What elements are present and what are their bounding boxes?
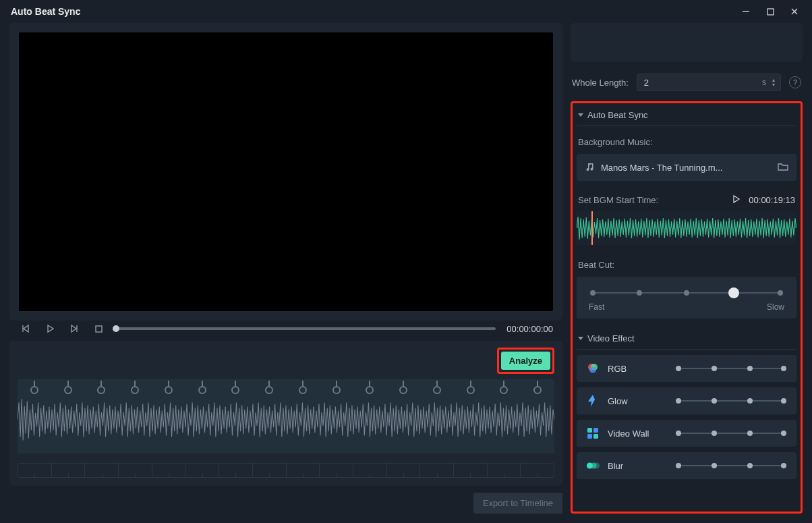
bgm-file-chip[interactable]: Manos Mars - The Tunning.m...: [577, 154, 796, 181]
clip-waveform-lines: [18, 389, 554, 451]
analyze-row: Analyze: [18, 348, 554, 374]
settings-highlight: Auto Beat Sync Background Music: Manos M…: [571, 101, 803, 514]
beat-cut-slider[interactable]: Fast Slow: [577, 277, 796, 319]
svg-point-5: [589, 366, 596, 373]
svg-rect-7: [593, 428, 598, 433]
bgm-playhead[interactable]: [591, 211, 593, 245]
video-preview[interactable]: [19, 32, 553, 311]
beat-markers: [18, 381, 554, 387]
music-note-icon: [585, 162, 594, 173]
video-effect-header[interactable]: Video Effect: [577, 329, 796, 350]
effect-row-rgb[interactable]: RGB: [577, 355, 796, 382]
whole-length-label: Whole Length:: [572, 78, 629, 88]
beat-fast-label: Fast: [589, 302, 604, 312]
help-icon[interactable]: ?: [789, 76, 801, 88]
abs-section-title: Auto Beat Sync: [587, 110, 648, 120]
caret-down-icon: [578, 337, 583, 340]
stop-button[interactable]: [92, 322, 105, 335]
video-effect-title: Video Effect: [587, 333, 635, 343]
bgm-label: Background Music:: [578, 137, 796, 147]
whole-length-input[interactable]: [637, 74, 781, 91]
app-window: Auto Beat Sync: [0, 0, 812, 523]
effect-name: Video Wall: [608, 429, 667, 439]
right-pane: Whole Length: s ▴ ▾ ? Auto Beat Sync: [571, 23, 803, 514]
body: 00:00:00:00 Analyze: [0, 23, 812, 523]
effect-list: RGB Glow: [577, 355, 796, 479]
analyze-panel: Analyze: [9, 341, 562, 486]
transport-bar: 00:00:00:00: [9, 321, 562, 337]
blur-icon: [586, 459, 600, 472]
timeline-ruler[interactable]: [18, 463, 554, 478]
effect-slider[interactable]: [675, 364, 787, 373]
stepper-down-icon[interactable]: ▾: [770, 83, 777, 87]
video-wall-icon: [586, 426, 600, 440]
minimize-icon: [742, 7, 750, 16]
folder-icon[interactable]: [778, 162, 788, 173]
whole-length-row: Whole Length: s ▴ ▾ ?: [571, 69, 803, 96]
bgm-waveform-shape: [577, 211, 796, 245]
bgm-file-name: Manos Mars - The Tunning.m...: [601, 163, 771, 173]
effect-slider[interactable]: [675, 396, 787, 406]
rgb-icon: [586, 362, 600, 375]
effect-name: RGB: [608, 364, 667, 374]
clip-waveform[interactable]: [18, 379, 554, 453]
next-frame-icon: [69, 324, 79, 333]
analyze-button[interactable]: Analyze: [501, 352, 550, 370]
prev-frame-icon: [21, 324, 30, 333]
effect-row-blur[interactable]: Blur: [577, 452, 796, 479]
svg-rect-1: [96, 326, 102, 332]
close-button[interactable]: [782, 1, 807, 22]
export-button[interactable]: Export to Timeline: [473, 493, 562, 514]
window-controls: [734, 1, 807, 22]
whole-length-input-wrap: s ▴ ▾: [637, 74, 781, 91]
export-row: Export to Timeline: [9, 486, 562, 514]
stop-icon: [94, 325, 103, 333]
beat-cut-thumb[interactable]: [728, 287, 739, 298]
maximize-icon: [767, 8, 774, 16]
minimize-button[interactable]: [734, 1, 758, 22]
bgm-start-row: Set BGM Start Time: 00:00:19:13: [578, 194, 795, 206]
maximize-button[interactable]: [758, 1, 782, 22]
bgm-start-time: 00:00:19:13: [749, 195, 795, 205]
timecode: 00:00:00:00: [506, 324, 553, 334]
beat-slow-label: Slow: [767, 302, 784, 312]
effect-slider[interactable]: [675, 461, 787, 470]
bgm-play-button[interactable]: [731, 194, 741, 206]
svg-rect-0: [767, 9, 774, 15]
left-pane: 00:00:00:00 Analyze: [9, 23, 562, 514]
effect-slider[interactable]: [675, 429, 787, 438]
whole-length-stepper[interactable]: ▴ ▾: [770, 78, 777, 87]
glow-icon: [586, 394, 600, 408]
close-icon: [790, 7, 799, 16]
preview-panel: [9, 23, 562, 321]
caret-down-icon: [578, 113, 583, 117]
abs-section-header[interactable]: Auto Beat Sync: [577, 106, 796, 126]
svg-rect-9: [593, 434, 598, 439]
play-icon: [45, 324, 55, 333]
seek-slider[interactable]: [116, 327, 496, 330]
next-frame-button[interactable]: [67, 322, 81, 335]
effect-row-glow[interactable]: Glow: [577, 387, 796, 414]
svg-point-12: [593, 462, 600, 468]
prev-frame-button[interactable]: [19, 322, 32, 335]
window-title: Auto Beat Sync: [11, 6, 80, 17]
titlebar: Auto Beat Sync: [0, 0, 812, 23]
effect-name: Glow: [608, 396, 667, 406]
beat-cut-label: Beat Cut:: [578, 260, 796, 270]
right-top-placeholder: [571, 23, 803, 62]
seek-thumb[interactable]: [113, 325, 119, 332]
effect-row-video-wall[interactable]: Video Wall: [577, 420, 796, 447]
analyze-highlight: Analyze: [497, 348, 554, 374]
svg-rect-8: [587, 434, 592, 439]
bgm-start-label: Set BGM Start Time:: [578, 195, 658, 205]
play-outline-icon: [731, 194, 741, 204]
play-button[interactable]: [43, 322, 57, 335]
svg-rect-6: [587, 428, 592, 433]
effect-name: Blur: [608, 461, 667, 471]
bgm-waveform[interactable]: [577, 211, 796, 245]
